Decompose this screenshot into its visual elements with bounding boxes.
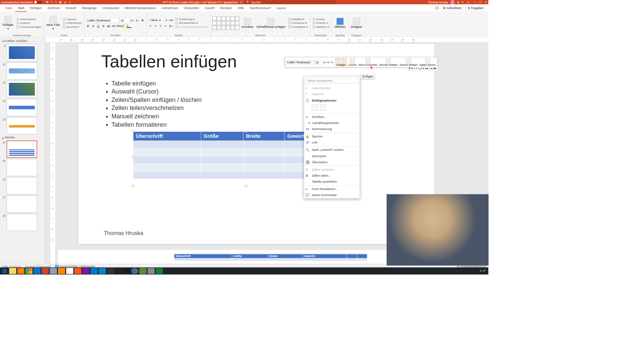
section-header-2[interactable]: Tabellen — [0, 135, 45, 140]
telegram-icon[interactable] — [99, 268, 106, 274]
layout-button[interactable]: Layout▾ — [62, 17, 83, 21]
slide-title[interactable]: Tabellen einfügen — [101, 51, 237, 71]
numbering-button[interactable]: 1≡▾ — [153, 18, 158, 22]
mini-highlight[interactable]: 🖍▾ — [420, 67, 424, 70]
shape-outline-button[interactable]: Formkontur▾ — [287, 21, 308, 25]
slide[interactable]: Tabellen einfügen Tabelle einfügen Auswa… — [78, 44, 435, 244]
close-icon[interactable]: ✕ — [485, 1, 487, 4]
tab-dictation[interactable]: Dictation — [218, 5, 235, 11]
app-icon-6[interactable] — [131, 268, 138, 274]
app-icon-7[interactable] — [140, 268, 147, 274]
strike-button[interactable]: S — [101, 24, 106, 28]
italic-button[interactable]: K — [91, 24, 96, 28]
mini-align-right[interactable]: ≡ — [418, 67, 420, 70]
record-button[interactable]: Aufzeichnen — [441, 6, 464, 10]
ctx-search-input[interactable]: Menüs durchsuchen — [306, 78, 358, 84]
ctx-format-shape[interactable]: ◇Form formatieren... — [304, 186, 360, 192]
tab-file[interactable]: Datei — [3, 5, 15, 11]
outlook-icon[interactable] — [34, 268, 41, 274]
clear-format-icon[interactable]: A̷ — [140, 18, 145, 22]
increase-font-icon[interactable]: A↑ — [130, 18, 135, 22]
cut-button[interactable]: Ausschneiden — [16, 17, 42, 21]
highlight-button[interactable]: 🖍 — [121, 24, 126, 28]
mini-align-center[interactable]: ≡ — [416, 67, 418, 70]
align-center-button[interactable]: ≡ — [153, 23, 158, 28]
diamond-icon[interactable]: ◈ — [457, 1, 459, 4]
ctx-font[interactable]: ASchriftart... — [304, 114, 360, 120]
ctx-search-for[interactable]: 🔍Nach „Gewicht" suchen — [304, 147, 360, 153]
justify-button[interactable]: ≡ — [163, 23, 168, 28]
paste-option-2[interactable] — [320, 105, 326, 111]
tab-help[interactable]: Hilfe — [235, 5, 246, 11]
tab-slideshow[interactable]: Bildschirmpräsentation — [122, 5, 158, 11]
new-slide-button[interactable]: Neue Folie▾ — [45, 15, 61, 31]
presenter-icon[interactable]: ▣ — [59, 1, 62, 4]
file-name[interactable]: PPT 01 Roter Faden 002.pptx • Auf "diese… — [163, 1, 238, 4]
ctx-lock[interactable]: 🔒Sperren — [304, 133, 360, 139]
align-right-button[interactable]: ≡ — [158, 23, 163, 28]
mini-fill[interactable]: ◇▾ — [429, 67, 432, 70]
app-icon-3[interactable] — [74, 268, 81, 274]
thumb-9[interactable] — [7, 44, 37, 61]
ctx-select-table[interactable]: Tabelle auswählen — [304, 179, 360, 185]
tab-review[interactable]: Überprüfen — [181, 5, 202, 11]
minimize-icon[interactable]: — — [474, 1, 476, 4]
thumb-16[interactable] — [7, 177, 37, 195]
mini-delete-cols-button[interactable]: Spalten löschen — [419, 58, 436, 66]
selection-handle[interactable] — [245, 185, 248, 187]
bullets-button[interactable]: ⋮≡▾ — [148, 18, 153, 22]
firefox-icon[interactable] — [17, 268, 24, 274]
bold-button[interactable]: F — [86, 24, 91, 28]
mini-insert-button[interactable]: Einfügen — [335, 58, 346, 66]
undo-icon[interactable]: ↶ — [50, 1, 53, 4]
autosave-toggle[interactable] — [34, 1, 42, 4]
mini-size-select[interactable] — [314, 60, 323, 65]
shape-fill-button[interactable]: Fülleffekt▾ — [287, 17, 308, 21]
section-button[interactable]: Abschnitt▾ — [62, 25, 83, 29]
ctx-split[interactable]: ⊟Zellen teilen... — [304, 173, 360, 179]
weather-widget[interactable]: ☀ 6° — [480, 269, 486, 273]
line-spacing-button[interactable]: ↕≡▾ — [168, 18, 173, 22]
mini-font-color[interactable]: A▾ — [425, 67, 428, 70]
app-icon[interactable] — [50, 268, 57, 274]
decrease-font-icon[interactable]: A↓ — [135, 18, 140, 22]
app-icon-8[interactable] — [148, 268, 155, 274]
mini-new-comment-button[interactable]: Neuer Kommentar — [358, 58, 378, 66]
thumb-17[interactable] — [7, 195, 37, 213]
mini-format-painter[interactable]: ✎ — [331, 61, 333, 64]
quick-styles-button[interactable]: Schnellformat-vorlagen — [256, 17, 286, 29]
tab-draw[interactable]: Zeichnen — [45, 5, 63, 11]
window-icon[interactable]: ▭ — [467, 1, 469, 4]
touch-icon[interactable]: ☝ — [63, 1, 67, 4]
slide-bullets[interactable]: Tabelle einfügen Auswahl (Cursor) Zeilen… — [104, 79, 202, 129]
tab-record[interactable]: Aufzeichnen — [159, 5, 180, 11]
case-button[interactable]: Aa▾ — [116, 24, 121, 28]
search-box[interactable]: 🔍 Suchen — [245, 0, 336, 4]
app-icon-2[interactable] — [66, 268, 73, 274]
user-avatar[interactable]: TH — [450, 0, 454, 4]
align-text-button[interactable]: Text ausrichten▾ — [174, 21, 209, 25]
ctx-new-comment[interactable]: 💬Neuer Kommentar — [304, 192, 360, 198]
replace-button[interactable]: Ersetzen▾ — [312, 21, 330, 25]
arrange-button[interactable]: Anordnen — [240, 17, 254, 29]
explorer-icon[interactable] — [9, 268, 16, 274]
tab-animations[interactable]: Animationen — [100, 5, 122, 11]
thumb-15[interactable] — [7, 159, 37, 176]
selection-handle[interactable] — [245, 130, 248, 133]
spacing-button[interactable]: AV — [111, 24, 116, 28]
shape-effects-button[interactable]: Formeffekte▾ — [287, 25, 308, 29]
underline-button[interactable]: U — [96, 24, 101, 28]
mini-font-select[interactable] — [286, 60, 314, 65]
user-name[interactable]: Thomas Hruska — [428, 1, 448, 4]
app-icon-4[interactable] — [107, 268, 114, 274]
tab-transitions[interactable]: Übergänge — [79, 5, 99, 11]
tab-insert[interactable]: Einfügen — [27, 5, 44, 11]
selection-handle[interactable] — [132, 185, 135, 187]
dictate-button[interactable]: Diktieren — [333, 17, 346, 29]
reset-button[interactable]: Zurücksetzen — [62, 21, 83, 25]
mini-borders[interactable]: ⊞▾ — [433, 67, 437, 70]
powerpoint-icon[interactable] — [42, 268, 49, 274]
font-color-button[interactable]: A — [126, 24, 131, 28]
redo-icon[interactable]: ↷ — [55, 1, 57, 4]
mini-align-left[interactable]: ≡ — [414, 67, 415, 70]
